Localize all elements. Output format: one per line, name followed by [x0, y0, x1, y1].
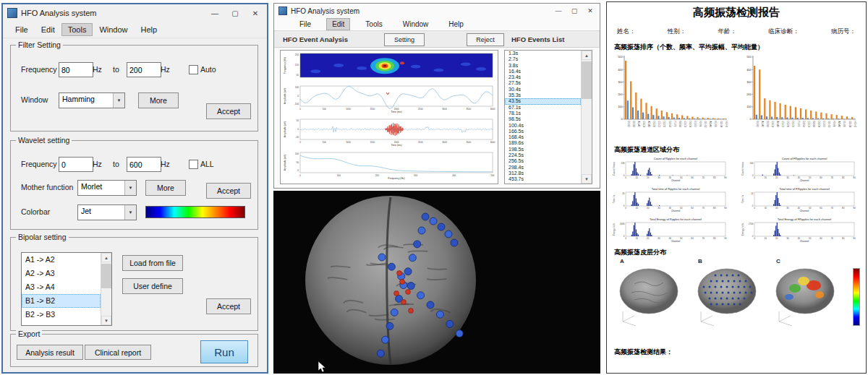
svg-text:A2-A3: A2-A3	[776, 121, 779, 128]
svg-text:Time / s: Time / s	[741, 194, 744, 203]
wavelet-to-label: to	[113, 160, 119, 168]
events-list-title: HFO Events List	[511, 35, 564, 43]
svg-text:2000: 2000	[394, 108, 399, 111]
load-from-file-button[interactable]: Load from file	[122, 255, 183, 271]
hfo-event-item[interactable]: 23.4s	[505, 74, 581, 80]
hfo-event-item[interactable]: 1.3s	[505, 51, 581, 56]
scrollbar-thumb[interactable]	[582, 61, 592, 99]
hfo-event-item[interactable]: 30.4s	[505, 87, 581, 92]
hfo-event-item[interactable]: 312.8s	[505, 171, 581, 176]
close-icon[interactable]: ✕	[582, 5, 598, 17]
setting-button[interactable]: Setting	[384, 33, 425, 46]
hfo-event-item[interactable]: 16.4s	[505, 69, 581, 74]
svg-text:H1-H2: H1-H2	[725, 121, 728, 128]
hfo-event-item[interactable]: 168.4s	[505, 134, 581, 140]
svg-text:500: 500	[618, 56, 622, 59]
hfo-event-item[interactable]: 2.7s	[505, 56, 581, 62]
hfo-event-item[interactable]: 189.6s	[505, 140, 581, 146]
hfo-event-item[interactable]: 298.4s	[505, 165, 581, 171]
user-define-button[interactable]: User define	[122, 278, 183, 294]
menu-item-file[interactable]: File	[9, 23, 35, 36]
reject-button[interactable]: Reject	[467, 33, 504, 46]
filter-auto-checkbox[interactable]	[189, 65, 198, 74]
menu-item-window[interactable]: Window	[93, 23, 134, 36]
colorbar-select[interactable]: Jet ▼	[77, 204, 137, 220]
svg-text:C2-C3: C2-C3	[807, 121, 810, 128]
export-group: Export Analysis result Clinical report R…	[10, 334, 258, 367]
wavelet-freq-high-input[interactable]	[127, 157, 161, 172]
filter-accept-button[interactable]: Accept	[206, 103, 251, 119]
clinical-report-button[interactable]: Clinical report	[85, 345, 151, 360]
svg-text:10: 10	[765, 207, 767, 210]
bipolar-channel-item[interactable]: A3 -> A4	[22, 280, 101, 294]
minimize-icon[interactable]: —	[205, 6, 225, 20]
filter-freq-low-input[interactable]	[59, 62, 93, 77]
hfo-event-item[interactable]: 3.8s	[505, 63, 581, 69]
wavelet-more-button[interactable]: More	[145, 180, 186, 196]
minimize-icon[interactable]: —	[550, 5, 566, 17]
bipolar-channel-listbox[interactable]: A1 -> A2A2 -> A3A3 -> A4B1 -> B2B2 -> B3…	[21, 252, 112, 326]
bipolar-channel-item[interactable]: A2 -> A3	[22, 267, 101, 280]
svg-text:250: 250	[295, 53, 299, 56]
svg-text:Channel: Channel	[671, 179, 681, 182]
menu-item-edit[interactable]: Edit	[326, 18, 350, 30]
hfo-event-item[interactable]: 256.5s	[505, 158, 581, 164]
hfo-settings-window: HFO Analysis system — ▢ ✕ FileEditToolsW…	[1, 3, 268, 374]
scroll-down-icon[interactable]: ▼	[101, 316, 111, 325]
svg-text:50: 50	[809, 176, 812, 179]
svg-text:50: 50	[296, 119, 299, 122]
svg-text:80: 80	[713, 176, 716, 179]
hfo-event-item[interactable]: 453.7s	[505, 176, 581, 182]
scroll-down-icon[interactable]: ▼	[582, 174, 592, 184]
svg-text:1500: 1500	[370, 141, 375, 144]
svg-text:B3-B4: B3-B4	[678, 121, 681, 128]
menu-item-tools[interactable]: Tools	[360, 19, 387, 30]
svg-text:30: 30	[658, 207, 660, 210]
bipolar-channel-item[interactable]: B1 -> B2	[22, 294, 101, 308]
menu-item-help[interactable]: Help	[135, 23, 164, 36]
hfo-event-item[interactable]: 27.5s	[505, 80, 581, 86]
scroll-up-icon[interactable]: ▲	[101, 253, 111, 262]
hfo-event-item[interactable]: 43.5s	[505, 98, 581, 104]
menu-item-edit[interactable]: Edit	[35, 23, 61, 36]
maximize-icon[interactable]: ▢	[566, 5, 582, 17]
filter-window-select[interactable]: Hamming ▼	[59, 92, 125, 108]
hfo-event-item[interactable]: 198.5s	[505, 147, 581, 152]
wavelet-accept-button[interactable]: Accept	[206, 183, 251, 199]
scrollbar-thumb[interactable]	[101, 264, 111, 288]
hfo-event-item[interactable]: 78.1s	[505, 111, 581, 116]
maximize-icon[interactable]: ▢	[225, 6, 245, 20]
menu-item-tools[interactable]: Tools	[61, 23, 93, 36]
wavelet-all-checkbox[interactable]	[189, 160, 198, 169]
hfo-event-item[interactable]: 98.5s	[505, 116, 581, 122]
hfo-event-item[interactable]: 67.1s	[505, 105, 581, 111]
wavelet-freq-low-input[interactable]	[59, 157, 93, 172]
svg-text:Total time of Ripples for each: Total time of Ripples for each channel	[652, 187, 700, 191]
hfo-event-item[interactable]: 224.5s	[505, 152, 581, 158]
settings-titlebar[interactable]: HFO Analysis system — ▢ ✕	[3, 4, 267, 22]
svg-text:20: 20	[775, 237, 778, 240]
filter-freq-high-input[interactable]	[127, 62, 161, 77]
svg-text:20: 20	[647, 176, 650, 179]
events-list-scrollbar[interactable]: ▲ ▼	[581, 51, 592, 184]
bipolar-list-scrollbar[interactable]: ▲ ▼	[101, 253, 111, 325]
hfo-event-item[interactable]: 166.5s	[505, 129, 581, 134]
close-icon[interactable]: ✕	[245, 6, 265, 20]
run-button[interactable]: Run	[200, 340, 248, 363]
hfo-event-item[interactable]: 100.4s	[505, 123, 581, 129]
scroll-up-icon[interactable]: ▲	[582, 51, 592, 60]
filter-auto-label: Auto	[200, 65, 216, 74]
brain-3d-view[interactable]	[273, 191, 600, 374]
chevron-down-icon: ▼	[124, 181, 136, 195]
viewer-titlebar[interactable]: HFO Analysis system — ▢ ✕	[274, 4, 600, 18]
menu-item-help[interactable]: Help	[443, 19, 469, 30]
bipolar-channel-item[interactable]: A1 -> A2	[22, 253, 101, 267]
bipolar-accept-button[interactable]: Accept	[206, 298, 251, 314]
mother-function-select[interactable]: Morlet ▼	[77, 180, 137, 196]
hfo-event-item[interactable]: 35.3s	[505, 92, 581, 98]
menu-item-window[interactable]: Window	[398, 19, 434, 30]
analysis-result-button[interactable]: Analysis result	[17, 345, 83, 360]
menu-item-file[interactable]: File	[294, 19, 316, 30]
bipolar-channel-item[interactable]: B2 -> B3	[22, 308, 101, 322]
filter-more-button[interactable]: More	[138, 92, 179, 108]
